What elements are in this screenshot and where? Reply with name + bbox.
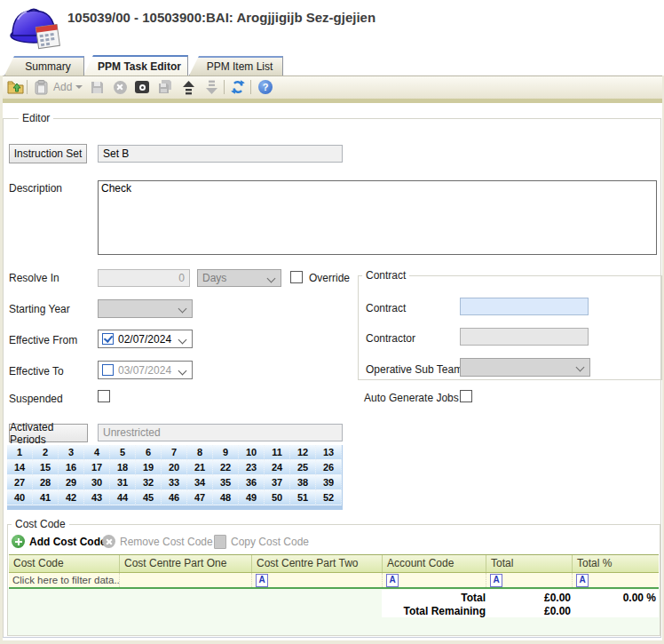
activated-periods-field[interactable]: Unrestricted	[98, 424, 343, 441]
effective-from-datepicker[interactable]: 02/07/2024	[98, 330, 193, 348]
period-cell[interactable]: 50	[265, 490, 290, 505]
period-cell[interactable]: 29	[59, 475, 84, 490]
period-cell[interactable]: 38	[290, 475, 316, 490]
period-cell[interactable]: 35	[213, 475, 239, 490]
description-textarea[interactable]: Check	[98, 180, 657, 255]
help-button[interactable]: ?	[256, 78, 275, 96]
period-cell[interactable]: 11	[265, 445, 290, 460]
refresh-button[interactable]	[228, 78, 248, 96]
period-cell[interactable]: 21	[187, 460, 213, 475]
period-cell[interactable]: 8	[187, 445, 213, 460]
period-cell[interactable]: 20	[162, 460, 187, 475]
period-cell[interactable]: 33	[162, 475, 187, 490]
period-cell[interactable]: 2	[33, 445, 59, 460]
period-cell[interactable]: 25	[290, 460, 316, 475]
resolve-in-input[interactable]: 0	[98, 269, 190, 287]
snapshot-button[interactable]	[132, 78, 152, 96]
filter-type-icon[interactable]: A	[256, 574, 268, 587]
operative-sub-team-combobox[interactable]	[460, 358, 590, 377]
starting-year-combobox[interactable]	[98, 299, 193, 318]
period-cell[interactable]: 46	[162, 490, 187, 505]
filter-cell-account-code[interactable]: A	[383, 573, 486, 587]
filter-cell-total-pct[interactable]: A	[573, 573, 659, 587]
instruction-set-field[interactable]: Set B	[98, 145, 343, 163]
cancel-button[interactable]	[110, 78, 130, 96]
open-folder-button[interactable]	[5, 78, 25, 96]
period-cell[interactable]: 19	[136, 460, 162, 475]
paste-button[interactable]	[31, 78, 51, 96]
period-cell[interactable]: 41	[33, 490, 59, 505]
remove-cost-code-button[interactable]: Remove Cost Code	[102, 535, 213, 548]
filter-type-icon[interactable]: A	[576, 574, 589, 587]
instruction-set-button[interactable]: Instruction Set	[9, 144, 87, 163]
filter-type-icon[interactable]: A	[386, 574, 399, 587]
period-cell[interactable]: 4	[84, 445, 110, 460]
filter-cell-cost-centre-part-two[interactable]: A	[252, 573, 383, 587]
column-header-cost-centre-part-two[interactable]: Cost Centre Part Two	[252, 555, 383, 572]
period-cell[interactable]: 23	[239, 460, 265, 475]
period-cell[interactable]: 17	[84, 460, 110, 475]
column-header-account-code[interactable]: Account Code	[383, 555, 486, 572]
tab-summary[interactable]: Summary	[4, 56, 84, 76]
period-cell[interactable]: 18	[110, 460, 136, 475]
period-cell[interactable]: 31	[110, 475, 136, 490]
effective-to-checkbox[interactable]	[102, 364, 114, 376]
period-cell[interactable]: 30	[84, 475, 110, 490]
suspended-checkbox[interactable]	[98, 390, 110, 402]
auto-generate-jobs-checkbox[interactable]	[460, 390, 472, 402]
period-cell[interactable]: 24	[265, 460, 290, 475]
period-cell[interactable]: 47	[187, 490, 213, 505]
period-cell[interactable]: 45	[136, 490, 162, 505]
column-header-total[interactable]: Total	[486, 555, 573, 572]
tab-ppm-task-editor[interactable]: PPM Task Editor	[83, 55, 188, 76]
period-cell[interactable]: 1	[7, 445, 33, 460]
period-cell[interactable]: 40	[7, 490, 33, 505]
column-header-total-pct[interactable]: Total %	[573, 555, 659, 572]
period-cell[interactable]: 5	[110, 445, 136, 460]
period-cell[interactable]: 51	[290, 490, 316, 505]
tab-ppm-item-list[interactable]: PPM Item List	[189, 56, 283, 76]
contract-field[interactable]	[460, 298, 589, 315]
period-cell[interactable]: 27	[7, 475, 33, 490]
period-cell[interactable]: 15	[33, 460, 59, 475]
column-header-cost-centre-part-one[interactable]: Cost Centre Part One	[120, 555, 252, 572]
period-cell[interactable]: 3	[59, 445, 84, 460]
contractor-field[interactable]	[460, 328, 589, 346]
override-checkbox[interactable]	[290, 271, 303, 283]
add-cost-code-button[interactable]: Add Cost Code	[12, 535, 107, 548]
filter-cell-cost-centre-part-one[interactable]	[120, 573, 252, 587]
period-cell[interactable]: 10	[239, 445, 265, 460]
period-cell[interactable]: 37	[265, 475, 290, 490]
filter-type-icon[interactable]: A	[490, 574, 502, 587]
period-cell[interactable]: 14	[7, 460, 33, 475]
period-cell[interactable]: 36	[239, 475, 265, 490]
period-cell[interactable]: 12	[290, 445, 316, 460]
effective-from-checkbox[interactable]	[102, 333, 114, 345]
period-cell[interactable]: 52	[316, 490, 342, 505]
copy-cost-code-button[interactable]: Copy Cost Code	[214, 535, 309, 549]
period-cell[interactable]: 43	[84, 490, 110, 505]
activated-periods-button[interactable]: Activated Periods	[9, 424, 88, 442]
period-cell[interactable]: 34	[187, 475, 213, 490]
period-cell[interactable]: 22	[213, 460, 239, 475]
save-button[interactable]	[87, 78, 107, 96]
move-up-button[interactable]	[178, 78, 198, 96]
period-cell[interactable]: 7	[162, 445, 187, 460]
period-cell[interactable]: 48	[213, 490, 239, 505]
period-cell[interactable]: 6	[136, 445, 162, 460]
move-down-button[interactable]	[202, 78, 221, 96]
period-cell[interactable]: 26	[316, 460, 342, 475]
resolve-in-unit-combobox[interactable]: Days	[197, 269, 281, 287]
period-cell[interactable]: 16	[59, 460, 84, 475]
period-cell[interactable]: 13	[316, 445, 342, 460]
save-all-button[interactable]	[155, 78, 175, 96]
period-cell[interactable]: 28	[33, 475, 59, 490]
period-cell[interactable]: 44	[110, 490, 136, 505]
period-cell[interactable]: 9	[213, 445, 239, 460]
period-cell[interactable]: 39	[316, 475, 342, 490]
effective-to-datepicker[interactable]: 03/07/2024	[98, 361, 193, 379]
add-dropdown-button[interactable]: Add	[53, 78, 83, 96]
filter-cell-cost-code[interactable]: Click here to filter data... A	[9, 573, 120, 587]
column-header-cost-code[interactable]: Cost Code	[9, 555, 120, 572]
period-cell[interactable]: 32	[136, 475, 162, 490]
